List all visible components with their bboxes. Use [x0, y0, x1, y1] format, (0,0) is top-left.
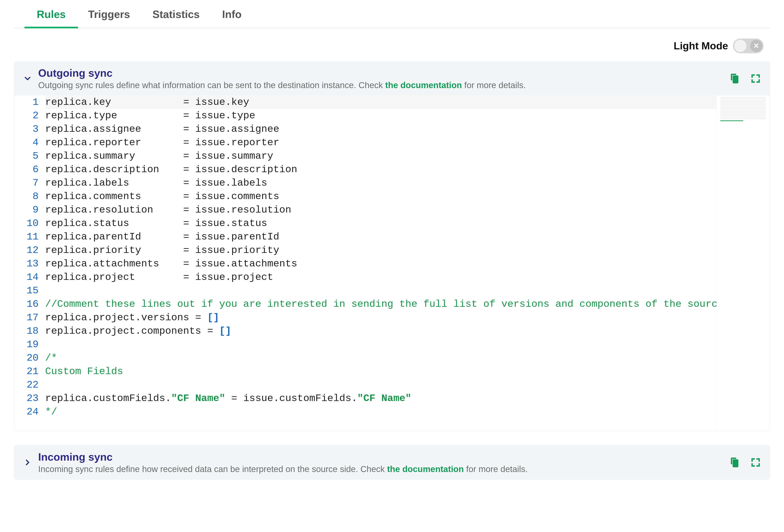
outgoing-actions [729, 73, 761, 84]
tab-triggers[interactable]: Triggers [88, 8, 130, 28]
fullscreen-icon[interactable] [750, 73, 761, 84]
mode-row: Light Mode ✕ [14, 28, 770, 61]
close-icon: ✕ [750, 40, 762, 52]
outgoing-desc-post: for more details. [462, 80, 526, 90]
tab-info[interactable]: Info [222, 8, 242, 28]
outgoing-editor[interactable]: 123456789101112131415161718192021222324 … [15, 95, 769, 431]
copy-icon[interactable] [729, 457, 740, 468]
outgoing-doc-link[interactable]: the documentation [385, 80, 462, 90]
fullscreen-icon[interactable] [750, 457, 761, 468]
outgoing-sync-title: Outgoing sync [38, 67, 723, 79]
outgoing-sync-panel: Outgoing sync Outgoing sync rules define… [14, 61, 770, 431]
incoming-sync-desc: Incoming sync rules define how received … [38, 464, 723, 474]
tabs-bar: Rules Triggers Statistics Info [14, 0, 770, 28]
light-mode-label: Light Mode [674, 40, 728, 52]
chevron-right-icon[interactable] [23, 457, 32, 467]
toggle-knob [734, 40, 747, 52]
line-gutter: 123456789101112131415161718192021222324 [15, 95, 45, 419]
minimap-preview [720, 97, 766, 120]
incoming-doc-link[interactable]: the documentation [387, 464, 464, 474]
tab-statistics[interactable]: Statistics [152, 8, 200, 28]
incoming-sync-panel: Incoming sync Incoming sync rules define… [14, 445, 770, 479]
light-mode-toggle[interactable]: ✕ [733, 38, 763, 53]
code-area[interactable]: replica.key = issue.keyreplica.type = is… [45, 95, 717, 419]
tab-rules[interactable]: Rules [37, 8, 66, 28]
outgoing-sync-header: Outgoing sync Outgoing sync rules define… [15, 62, 769, 95]
code-minimap[interactable] [717, 95, 769, 431]
copy-icon[interactable] [729, 73, 740, 84]
incoming-sync-header: Incoming sync Incoming sync rules define… [15, 445, 769, 479]
outgoing-sync-desc: Outgoing sync rules define what informat… [38, 80, 723, 90]
outgoing-desc-pre: Outgoing sync rules define what informat… [38, 80, 385, 90]
incoming-desc-post: for more details. [464, 464, 528, 474]
incoming-desc-pre: Incoming sync rules define how received … [38, 464, 387, 474]
incoming-sync-title: Incoming sync [38, 451, 723, 463]
chevron-down-icon[interactable] [23, 73, 32, 83]
incoming-actions [729, 457, 761, 468]
